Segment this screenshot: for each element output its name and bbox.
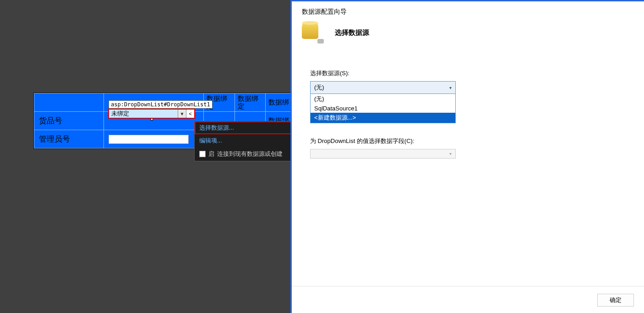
textbox-cell bbox=[104, 130, 203, 148]
dropdownlist-text: 未绑定 bbox=[109, 110, 178, 118]
wizard-body: 选择数据源(S): (无) ▾ (无) SqlDataSource1 <新建数据… bbox=[292, 53, 644, 175]
datasource-option-sql[interactable]: SqlDataSource1 bbox=[311, 104, 455, 113]
dropdown-caret-icon[interactable]: ▼ bbox=[178, 110, 186, 118]
header-bind-cell: 数据绑定 bbox=[235, 93, 265, 112]
datasource-selected[interactable]: (无) ▾ bbox=[311, 82, 455, 93]
database-icon bbox=[302, 22, 322, 43]
enable-label-prefix: 启 bbox=[208, 150, 214, 158]
datasource-label: 选择数据源(S): bbox=[310, 69, 626, 77]
row-label-admin: 管理员号 bbox=[34, 130, 104, 148]
wizard-title: 数据源配置向导 bbox=[292, 1, 644, 20]
datasource-option-new[interactable]: <新建数据源...> bbox=[311, 113, 455, 123]
enable-checkbox-row[interactable]: 启 连接到现有数据源或创建 bbox=[195, 147, 295, 161]
wizard-heading: 选择数据源 bbox=[335, 28, 369, 37]
datasource-selected-text: (无) bbox=[314, 83, 324, 92]
connect-existing-label: 连接到现有数据源或创建 bbox=[217, 150, 283, 158]
value-field-combobox[interactable]: ▾ bbox=[310, 149, 456, 159]
datasource-option-none[interactable]: (无) bbox=[311, 94, 455, 104]
chevron-down-icon: ▾ bbox=[449, 151, 452, 156]
datasource-wizard-dialog: 数据源配置向导 选择数据源 选择数据源(S): (无) ▾ (无) SqlDat… bbox=[290, 0, 644, 313]
datasource-dropdown-list: (无) SqlDataSource1 <新建数据源...> bbox=[310, 94, 456, 123]
smart-tag-arrow-button[interactable]: < bbox=[186, 110, 194, 118]
smart-tag-popup: 选择数据源... 编辑项... 启 连接到现有数据源或创建 bbox=[194, 121, 295, 161]
edit-items-link[interactable]: 编辑项... bbox=[195, 134, 295, 147]
ok-button[interactable]: 确定 bbox=[597, 294, 634, 307]
value-field-label: 为 DropDownList 的值选择数据字段(C): bbox=[310, 137, 626, 145]
chevron-down-icon: ▾ bbox=[449, 85, 452, 90]
control-tag-tooltip: asp:DropDownList#DropDownList1 bbox=[109, 100, 213, 109]
checkbox-icon[interactable] bbox=[199, 151, 206, 157]
row-label-product: 货品号 bbox=[34, 112, 104, 130]
dropdownlist-control[interactable]: 未绑定 ▼ < bbox=[108, 109, 195, 119]
header-cell bbox=[34, 93, 104, 112]
wizard-footer: 确定 bbox=[292, 286, 644, 307]
choose-datasource-link[interactable]: 选择数据源... bbox=[195, 121, 295, 134]
datasource-combobox[interactable]: (无) ▾ bbox=[310, 81, 456, 94]
wizard-header: 选择数据源 bbox=[292, 20, 644, 53]
admin-textbox[interactable] bbox=[109, 135, 189, 144]
